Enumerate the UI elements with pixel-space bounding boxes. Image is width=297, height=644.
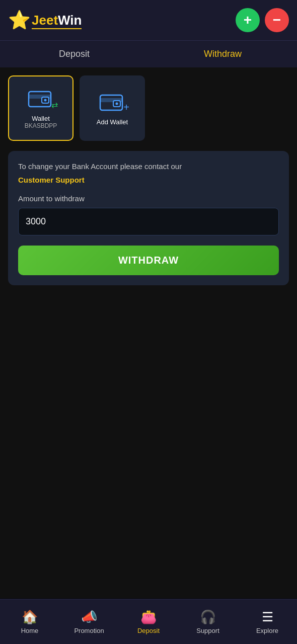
nav-label-explore: Explore: [256, 627, 278, 634]
amount-input[interactable]: [18, 208, 279, 235]
tab-navigation: Deposit Withdraw: [0, 40, 297, 67]
logo-text: JeetWin: [32, 13, 82, 28]
home-icon: 🏠: [22, 609, 38, 625]
add-wallet-plus-icon: +: [123, 102, 129, 113]
nav-label-home: Home: [21, 627, 39, 634]
header-action-buttons: + −: [236, 8, 289, 32]
main-content: ⇄ Wallet BKASBDPP + Add Wallet To change…: [0, 67, 297, 598]
wallet-icon: [28, 88, 54, 109]
nav-label-deposit: Deposit: [137, 627, 160, 634]
add-wallet-label: Add Wallet: [97, 118, 128, 126]
wallet-arrows-icon: ⇄: [51, 100, 58, 110]
deposit-icon: 👛: [140, 609, 157, 625]
nav-item-support[interactable]: 🎧 Support: [178, 605, 238, 638]
withdraw-button[interactable]: WITHDRAW: [18, 246, 279, 275]
nav-label-support: Support: [196, 627, 219, 634]
header: ⭐ JeetWin + −: [0, 0, 297, 40]
nav-item-deposit[interactable]: 👛 Deposit: [119, 605, 178, 638]
svg-point-3: [44, 99, 47, 101]
info-box: To change your Bank Account please conta…: [8, 151, 289, 285]
add-wallet-icon-container: +: [99, 91, 125, 114]
wallet-id-label: BKASBDPP: [25, 122, 57, 129]
bank-change-text: To change your Bank Account please conta…: [18, 161, 279, 173]
logo: ⭐ JeetWin: [8, 11, 82, 29]
nav-label-promotion: Promotion: [74, 627, 104, 634]
tab-deposit[interactable]: Deposit: [0, 41, 148, 67]
promotion-icon: 📣: [81, 609, 97, 625]
nav-item-promotion[interactable]: 📣 Promotion: [59, 605, 119, 638]
logo-star-icon: ⭐: [8, 11, 31, 29]
support-icon: 🎧: [200, 609, 216, 625]
bottom-navigation: 🏠 Home 📣 Promotion 👛 Deposit 🎧 Support ☰…: [0, 599, 297, 644]
wallet-icon-container: ⇄: [28, 88, 54, 111]
wallet-name-label: Wallet: [32, 115, 50, 122]
customer-support-link[interactable]: Customer Support: [18, 176, 279, 184]
wallet-card-add[interactable]: + Add Wallet: [80, 75, 145, 141]
add-button[interactable]: +: [236, 8, 260, 32]
tab-withdraw[interactable]: Withdraw: [148, 41, 297, 67]
explore-icon: ☰: [262, 609, 273, 625]
amount-label: Amount to withdraw: [18, 194, 279, 203]
wallet-card-bkasbdpp[interactable]: ⇄ Wallet BKASBDPP: [8, 75, 73, 141]
nav-item-home[interactable]: 🏠 Home: [0, 605, 59, 638]
wallet-row: ⇄ Wallet BKASBDPP + Add Wallet: [8, 75, 289, 141]
minus-button[interactable]: −: [265, 8, 289, 32]
svg-point-7: [116, 102, 118, 105]
nav-item-explore[interactable]: ☰ Explore: [238, 605, 297, 638]
add-wallet-icon: [99, 91, 125, 112]
